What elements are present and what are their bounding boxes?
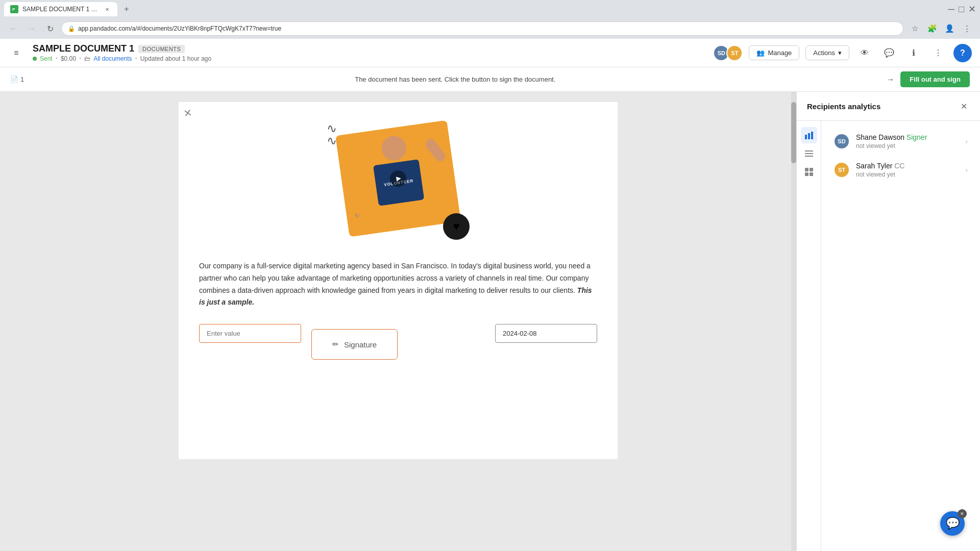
chat-widget: 💬 ✕	[940, 511, 965, 536]
chat-close-icon: ✕	[960, 511, 964, 516]
url-text: app.pandadoc.com/a/#/documents/2UzYiBKr8…	[78, 25, 281, 32]
separator1: •	[56, 55, 58, 62]
reload-button[interactable]: ↻	[43, 21, 57, 36]
document-title: SAMPLE DOCUMENT 1	[33, 43, 134, 54]
svg-rect-11	[810, 172, 813, 176]
document-area[interactable]: ✕ ∿∿	[0, 92, 796, 551]
document-body-text: Our company is a full-service digital ma…	[199, 260, 597, 309]
right-panel: Recipients analytics ✕	[796, 92, 980, 551]
recipient-info-1: Sarah Tyler CC not viewed yet	[856, 162, 959, 178]
fill-and-sign-button[interactable]: Fill out and sign	[900, 71, 970, 87]
more-options-button[interactable]: ⋮	[929, 44, 947, 62]
document-image-card: VOLUNTEER ▶	[335, 120, 461, 237]
panel-analytics-icon[interactable]	[801, 127, 817, 143]
figure-head	[380, 134, 408, 162]
app: ≡ SAMPLE DOCUMENT 1 DOCUMENTS Sent • $0.…	[0, 39, 980, 551]
sidebar-menu-button[interactable]: ≡	[8, 45, 24, 61]
more-menu-icon[interactable]: ⋮	[960, 21, 974, 36]
window-minimize-button[interactable]: ─	[948, 4, 954, 15]
panel-close-button[interactable]: ✕	[958, 100, 970, 112]
page-number: 1	[20, 76, 24, 83]
scrollbar-track[interactable]	[791, 92, 796, 551]
eye-icon: 👁	[861, 48, 869, 58]
panel-header: Recipients analytics ✕	[797, 92, 980, 121]
main-area: ✕ ∿∿	[0, 92, 980, 551]
svg-text:P: P	[12, 7, 15, 12]
all-documents-link[interactable]: All documents	[93, 55, 132, 62]
manage-icon: 👥	[756, 49, 765, 57]
signature-label: Signature	[344, 340, 377, 349]
manage-label: Manage	[768, 49, 792, 57]
separator2: •	[79, 55, 81, 62]
rotation-handle[interactable]: ↻	[355, 212, 360, 219]
recipient-info-0: Shane Dawson Signer not viewed yet	[856, 133, 959, 149]
extensions-icon[interactable]: 🧩	[925, 21, 939, 36]
help-button[interactable]: ?	[953, 44, 972, 62]
recipient-avatar-st: ST	[834, 162, 850, 178]
help-icon: ?	[960, 48, 965, 58]
doc-title-area: SAMPLE DOCUMENT 1 DOCUMENTS Sent • $0.00…	[33, 43, 705, 62]
status-dot	[33, 57, 37, 61]
chat-widget-inner: 💬 ✕	[940, 511, 965, 536]
image-placeholder: ∿∿	[322, 122, 475, 245]
window-close-button[interactable]: ✕	[968, 4, 976, 15]
panel-body: SD Shane Dawson Signer not viewed yet › …	[797, 121, 980, 551]
svg-rect-6	[805, 153, 813, 154]
tab-close-button[interactable]: ✕	[103, 5, 111, 13]
updated-text: Updated about 1 hour ago	[140, 55, 211, 62]
eye-button[interactable]: 👁	[855, 44, 874, 62]
panel-grid-icon[interactable]	[801, 164, 817, 180]
figure-arm-raised	[424, 137, 448, 163]
svg-rect-10	[805, 172, 808, 176]
heart-icon: ♥	[453, 220, 459, 233]
scrollbar-thumb[interactable]	[791, 102, 796, 163]
manage-button[interactable]: 👥 Manage	[749, 45, 799, 60]
hamburger-icon: ≡	[14, 48, 18, 58]
recipient-status-1: not viewed yet	[856, 171, 959, 178]
document-status-row: Sent • $0.00 • 🗁 All documents • Updated…	[33, 55, 211, 62]
profile-icon[interactable]: 👤	[942, 21, 957, 36]
close-icon: ✕	[961, 102, 967, 111]
recipient-name-0: Shane Dawson Signer	[856, 133, 959, 141]
arrow-icon: →	[886, 75, 894, 84]
bookmark-star-icon[interactable]: ☆	[908, 21, 922, 36]
separator3: •	[135, 55, 137, 62]
address-bar[interactable]: 🔒 app.pandadoc.com/a/#/documents/2UzYiBK…	[61, 21, 903, 36]
folder-icon: 🗁	[84, 55, 90, 62]
chat-button[interactable]: 💬	[880, 44, 898, 62]
form-fields-row: ✏ Signature	[199, 324, 597, 360]
date-field[interactable]	[495, 324, 597, 343]
forward-button[interactable]: →	[24, 21, 39, 36]
panel-list-icon[interactable]	[801, 145, 817, 162]
svg-rect-4	[811, 132, 813, 139]
recipient-role-0: Signer	[906, 133, 927, 141]
recipient-item-1[interactable]: ST Sarah Tyler CC not viewed yet ›	[827, 156, 974, 184]
svg-rect-8	[805, 168, 808, 171]
new-tab-button[interactable]: +	[119, 2, 134, 16]
page-indicator: 📄 1	[10, 76, 24, 83]
recipient-name-text-0: Shane Dawson	[856, 133, 906, 141]
back-button[interactable]: ←	[6, 21, 20, 36]
page-doc-icon: 📄	[10, 76, 18, 83]
window-maximize-button[interactable]: □	[959, 4, 964, 15]
active-tab[interactable]: P SAMPLE DOCUMENT 1 - Pand... ✕	[4, 2, 117, 16]
signature-area: ✏ Signature	[311, 324, 485, 360]
recipient-item-0[interactable]: SD Shane Dawson Signer not viewed yet ›	[827, 127, 974, 156]
info-button[interactable]: ℹ	[904, 44, 923, 62]
svg-rect-2	[805, 135, 807, 139]
actions-button[interactable]: Actions ▾	[805, 45, 849, 60]
panel-title: Recipients analytics	[807, 102, 880, 111]
svg-rect-9	[810, 168, 813, 171]
chat-close-button[interactable]: ✕	[958, 509, 967, 518]
window-controls: ─ □ ✕	[948, 4, 976, 15]
enter-value-input[interactable]	[199, 324, 301, 343]
panel-sidebar-icons	[797, 121, 821, 551]
actions-label: Actions	[813, 49, 835, 57]
toolbar-icons: ☆ 🧩 👤 ⋮	[908, 21, 974, 36]
recipient-role-1: CC	[894, 162, 904, 170]
recipient-chevron-0: ›	[965, 137, 968, 145]
recipient-status-0: not viewed yet	[856, 142, 959, 149]
avatar-group: SD ST	[713, 45, 743, 61]
signature-field[interactable]: ✏ Signature	[311, 329, 398, 360]
notification-text: The document has been sent. Click the bu…	[30, 76, 880, 83]
